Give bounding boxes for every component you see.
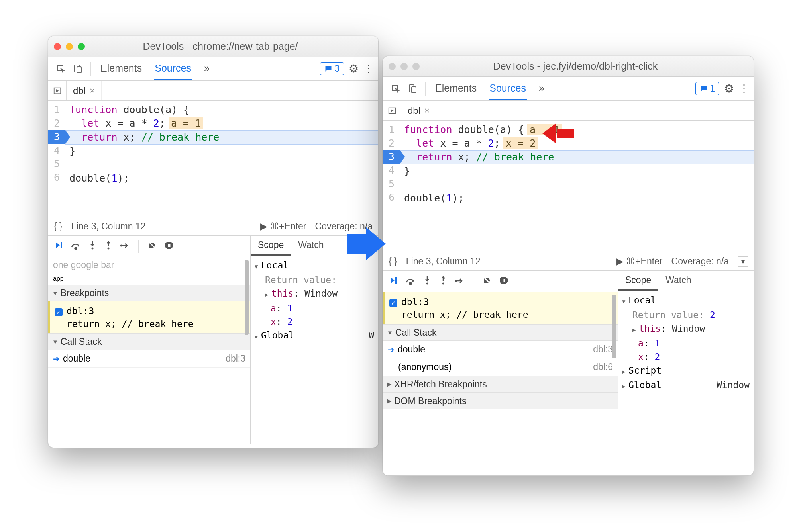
- breakpoint-checkbox[interactable]: ✓: [389, 299, 397, 307]
- deactivate-bp-icon[interactable]: [147, 240, 157, 253]
- tab-sources[interactable]: Sources: [489, 78, 527, 100]
- kebab-icon[interactable]: ⋮: [363, 63, 373, 75]
- debug-left-pane: one google bar app ▼Breakpoints ✓dbl:3 r…: [48, 236, 251, 444]
- debugger-pane: ✓dbl:3 return x; // break here ▼Call Sta…: [383, 270, 754, 472]
- cursor-position: Line 3, Column 12: [406, 256, 481, 267]
- svg-rect-9: [168, 244, 169, 247]
- svg-point-5: [75, 247, 77, 249]
- messages-badge[interactable]: 1: [695, 82, 719, 95]
- close-tab-icon[interactable]: ×: [424, 106, 430, 116]
- svg-point-19: [455, 280, 457, 282]
- device-icon[interactable]: [71, 62, 85, 76]
- maximize-icon[interactable]: [78, 43, 85, 50]
- scope-tree: ▼Local Return value: 2 ▶this: Window a: …: [618, 291, 754, 395]
- pause-exceptions-icon[interactable]: [499, 275, 508, 288]
- scope-watch-tabs: Scope Watch: [618, 271, 754, 291]
- svg-rect-20: [503, 279, 504, 282]
- svg-point-8: [120, 244, 122, 246]
- step-into-icon[interactable]: [88, 240, 97, 253]
- code-editor[interactable]: 123456function double(a) {a = 1 let x = …: [383, 121, 754, 252]
- debugger-pane: one google bar app ▼Breakpoints ✓dbl:3 r…: [48, 235, 378, 444]
- coverage-status: Coverage: n/a: [671, 256, 729, 267]
- device-icon[interactable]: [405, 82, 420, 96]
- step-into-icon[interactable]: [423, 275, 432, 288]
- dom-breakpoints-header[interactable]: ▶DOM Breakpoints: [383, 393, 618, 409]
- navigator-icon[interactable]: [383, 101, 401, 120]
- pretty-print-icon[interactable]: { }: [389, 256, 397, 267]
- step-over-icon[interactable]: [71, 240, 81, 253]
- kebab-icon[interactable]: ⋮: [739, 82, 748, 95]
- debug-controls: [48, 236, 250, 257]
- file-tab-dbl[interactable]: dbl ×: [401, 101, 436, 120]
- minimize-icon[interactable]: [66, 43, 73, 50]
- current-frame-icon: ➔: [53, 354, 60, 364]
- coverage-status: Coverage: n/a: [315, 221, 373, 232]
- svg-rect-21: [504, 279, 505, 282]
- faded-item: one google bar: [48, 257, 250, 273]
- close-tab-icon[interactable]: ×: [90, 86, 95, 96]
- close-icon[interactable]: [389, 63, 396, 70]
- titlebar: DevTools - chrome://new-tab-page/: [48, 36, 378, 57]
- messages-count: 3: [334, 63, 340, 74]
- step-over-icon[interactable]: [405, 275, 416, 288]
- tab-more[interactable]: »: [538, 78, 545, 100]
- svg-point-7: [108, 247, 110, 249]
- tab-watch[interactable]: Watch: [291, 236, 331, 256]
- step-icon[interactable]: [120, 240, 130, 253]
- run-hint: ▶ ⌘+Enter: [260, 221, 306, 232]
- breakpoint-item[interactable]: ✓dbl:3 return x; // break here: [383, 292, 618, 324]
- breakpoints-header[interactable]: ▼Breakpoints: [48, 285, 250, 301]
- scrollbar-thumb[interactable]: [245, 260, 249, 335]
- collapse-icon[interactable]: ▾: [738, 256, 748, 267]
- cursor-position: Line 3, Column 12: [71, 221, 146, 232]
- scope-tree: ▼Local Return value: ▶this: Window a: 1 …: [251, 256, 378, 346]
- step-out-icon[interactable]: [104, 240, 113, 253]
- status-bar: { } Line 3, Column 12 ▶ ⌘+Enter Coverage…: [383, 252, 754, 270]
- tab-scope[interactable]: Scope: [251, 236, 291, 256]
- file-tab-label: dbl: [408, 105, 420, 116]
- file-tab-dbl[interactable]: dbl ×: [67, 81, 102, 100]
- callstack-header[interactable]: ▼Call Stack: [383, 324, 618, 341]
- inspect-icon[interactable]: [54, 62, 68, 76]
- gear-icon[interactable]: ⚙: [349, 62, 359, 75]
- tab-scope[interactable]: Scope: [618, 271, 658, 291]
- gear-icon[interactable]: ⚙: [724, 82, 734, 95]
- devtools-window-left: DevTools - chrome://new-tab-page/ Elemen…: [48, 36, 379, 448]
- tab-watch[interactable]: Watch: [658, 271, 698, 291]
- scrollbar-thumb[interactable]: [612, 295, 616, 358]
- file-tabs: dbl ×: [48, 81, 378, 101]
- tab-more[interactable]: »: [203, 58, 210, 80]
- code-editor[interactable]: 123456function double(a) { let x = a * 2…: [48, 101, 378, 217]
- resume-icon[interactable]: [54, 240, 63, 253]
- scope-item-app[interactable]: app: [48, 273, 250, 285]
- stack-frame[interactable]: (anonymous) dbl:6: [383, 358, 618, 376]
- inspect-icon[interactable]: [389, 82, 403, 96]
- close-icon[interactable]: [54, 43, 61, 50]
- maximize-icon[interactable]: [412, 63, 420, 70]
- navigator-icon[interactable]: [48, 81, 67, 100]
- breakpoint-checkbox[interactable]: ✓: [55, 308, 63, 316]
- pause-exceptions-icon[interactable]: [164, 240, 174, 253]
- xhr-breakpoints-header[interactable]: ▶XHR/fetch Breakpoints: [383, 376, 618, 393]
- step-out-icon[interactable]: [439, 275, 448, 288]
- breakpoint-item[interactable]: ✓dbl:3 return x; // break here: [48, 301, 250, 333]
- callstack-header[interactable]: ▼Call Stack: [48, 333, 250, 350]
- pretty-print-icon[interactable]: { }: [54, 221, 63, 232]
- svg-point-18: [442, 282, 444, 284]
- annotation-red-arrow: [542, 125, 574, 141]
- stack-frame[interactable]: ➔ double dbl:3: [383, 341, 618, 358]
- file-tabs: dbl ×: [383, 101, 754, 121]
- minimize-icon[interactable]: [400, 63, 408, 70]
- resume-icon[interactable]: [389, 275, 398, 288]
- stack-frame[interactable]: ➔ double dbl:3: [48, 350, 250, 368]
- tab-elements[interactable]: Elements: [434, 78, 477, 100]
- tab-sources[interactable]: Sources: [154, 58, 192, 80]
- divider: [473, 275, 473, 288]
- window-title: DevTools - chrome://new-tab-page/: [92, 41, 373, 52]
- deactivate-bp-icon[interactable]: [482, 275, 492, 288]
- svg-rect-2: [77, 67, 81, 73]
- file-tab-label: dbl: [73, 85, 86, 96]
- step-icon[interactable]: [455, 275, 464, 288]
- messages-badge[interactable]: 3: [320, 62, 344, 75]
- tab-elements[interactable]: Elements: [100, 58, 143, 80]
